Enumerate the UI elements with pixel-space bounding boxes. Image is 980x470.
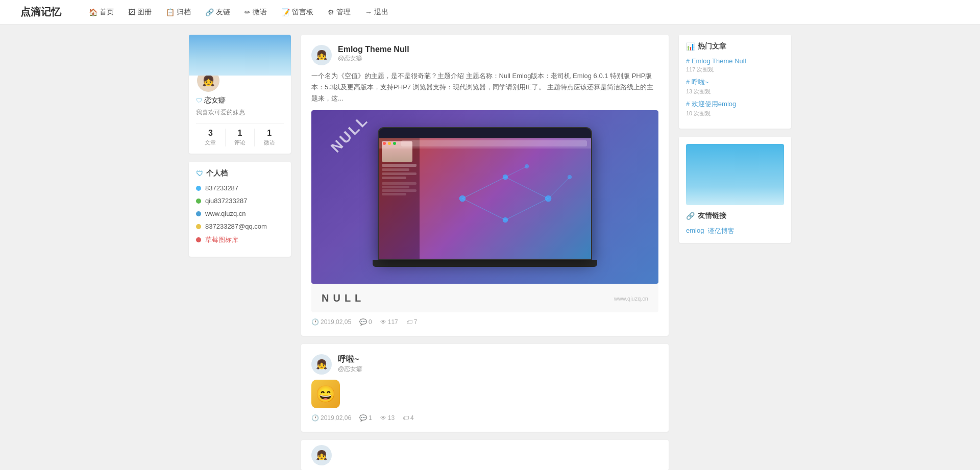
article-image-1: NULL — [311, 110, 658, 312]
article-card-3: 👧 — [301, 440, 669, 470]
friend-links-title: 🔗 友情链接 — [686, 211, 784, 220]
article-img-bg: NULL — [311, 110, 658, 284]
article-header-1: 👧 Emlog Theme Null @恋女癖 — [311, 45, 658, 65]
sky-bg — [686, 144, 784, 205]
article-avatar-2: 👧 — [311, 354, 332, 375]
null-label-top: NULL — [328, 112, 372, 156]
nav-logout[interactable]: → 退出 — [358, 0, 396, 24]
article-meta-2: 呼啦~ @恋女癖 — [338, 354, 658, 374]
svg-line-11 — [548, 177, 570, 199]
svg-line-8 — [505, 177, 548, 199]
qq-icon — [196, 186, 201, 191]
link-chain-icon: 🔗 — [686, 212, 695, 220]
link-icon — [196, 237, 201, 242]
qq-value: 837233287 — [205, 184, 238, 192]
article-card-1: 👧 Emlog Theme Null @恋女癖 一个名为《空值》的主题，是不是很… — [301, 35, 669, 336]
nav-links: 🏠 首页 🖼 图册 📋 归档 🔗 友链 ✏ 微语 📝 留言板 ⚙ 管理 → 退出 — [82, 0, 396, 24]
laptop-container — [373, 127, 597, 267]
stat-comments: 1 评论 — [226, 129, 255, 146]
stat-comments-num: 1 — [226, 129, 255, 138]
hot-article-link-3[interactable]: # 欢迎使用emlog — [686, 100, 784, 109]
bar-chart-icon: 📊 — [686, 42, 695, 51]
nav-micro[interactable]: ✏ 微语 — [237, 0, 274, 24]
hot-articles-widget: 📊 热门文章 # Emlog Theme Null 117 次围观 # 呼啦~ … — [679, 35, 791, 129]
stat-articles: 3 文章 — [196, 129, 226, 146]
hot-article-views-2: 13 次围观 — [686, 88, 784, 95]
navigation: 点滴记忆 🏠 首页 🖼 图册 📋 归档 🔗 友链 ✏ 微语 📝 留言板 ⚙ 管理… — [0, 0, 980, 24]
hot-article-link-2[interactable]: # 呼啦~ — [686, 78, 784, 87]
sidebar-left: 👧 🛡 恋女癖 我喜欢可爱的妹惠 3 文章 1 评论 — [189, 35, 291, 470]
hot-article-views-3: 10 次围观 — [686, 110, 784, 117]
email-icon — [196, 224, 201, 229]
hot-article-link-1[interactable]: # Emlog Theme Null — [686, 57, 784, 65]
article-footer-1: 🕐 2019,02,05 💬 0 👁 117 🏷 7 — [311, 318, 658, 326]
friend-link-2[interactable]: 谨亿博客 — [708, 227, 734, 236]
hot-article-1: # Emlog Theme Null 117 次围观 — [686, 57, 784, 73]
svg-line-7 — [462, 199, 505, 220]
article-avatar-1: 👧 — [311, 45, 332, 65]
article-bottom-bar: NULL www.qiuzq.cn — [311, 284, 658, 312]
article-title-1[interactable]: Emlog Theme Null — [338, 45, 409, 54]
article-views-2: 👁 13 — [380, 414, 395, 422]
profile-name: 恋女癖 — [204, 96, 226, 105]
stat-micro-label: 微语 — [255, 139, 284, 146]
article-author-1: @恋女癖 — [338, 54, 658, 63]
stat-micro-num: 1 — [255, 129, 284, 138]
page-wrapper: 👧 🛡 恋女癖 我喜欢可爱的妹惠 3 文章 1 评论 — [184, 35, 796, 470]
stat-articles-label: 文章 — [196, 139, 225, 146]
hot-articles-title: 📊 热门文章 — [686, 42, 784, 51]
personal-title-label: 个人档 — [206, 169, 228, 178]
article-excerpt-1: 一个名为《空值》的主题，是不是很奇葩？主题介绍 主题名称：Null Emlog版… — [311, 70, 658, 104]
personal-card-title: 🛡 个人档 — [196, 169, 284, 178]
stat-articles-num: 3 — [196, 129, 225, 138]
personal-qq: 837233287 — [196, 184, 284, 192]
svg-line-10 — [505, 166, 527, 177]
friend-links-widget: 🔗 友情链接 emlog 谨亿博客 — [679, 137, 791, 243]
friend-links-label: 友情链接 — [698, 211, 726, 220]
nav-friends[interactable]: 🔗 友链 — [198, 0, 237, 24]
article-author-2: @恋女癖 — [338, 365, 658, 374]
svg-line-9 — [505, 199, 548, 220]
personal-link-value[interactable]: 草莓图标库 — [205, 235, 238, 244]
wechat-value: qiu837233287 — [205, 197, 247, 205]
shield-icon: 🛡 — [196, 97, 202, 104]
personal-icon: 🛡 — [196, 169, 203, 178]
email-value: 837233287@qq.com — [205, 222, 267, 230]
nav-gallery[interactable]: 🖼 图册 — [121, 0, 159, 24]
article-meta-1: Emlog Theme Null @恋女癖 — [338, 45, 658, 63]
article-comments-1: 💬 0 — [359, 318, 372, 326]
article-title-2[interactable]: 呼啦~ — [338, 355, 359, 363]
hot-article-3: # 欢迎使用emlog 10 次围观 — [686, 100, 784, 117]
emoji-post-img: 😄 — [311, 380, 340, 408]
article-comments-2: 💬 1 — [359, 414, 372, 422]
friend-links-list: emlog 谨亿博客 — [686, 227, 784, 236]
profile-name-row: 🛡 恋女癖 — [196, 96, 226, 105]
home-icon — [196, 211, 201, 216]
profile-stats: 3 文章 1 评论 1 微语 — [196, 123, 284, 146]
nav-archive[interactable]: 📋 归档 — [159, 0, 198, 24]
article-avatar-3: 👧 — [311, 445, 332, 465]
hot-article-views-1: 117 次围观 — [686, 66, 784, 73]
stat-micro: 1 微语 — [255, 129, 284, 146]
null-label-bottom: NULL — [322, 292, 365, 304]
main-content: 👧 Emlog Theme Null @恋女癖 一个名为《空值》的主题，是不是很… — [301, 35, 669, 470]
personal-website: www.qiuzq.cn — [196, 210, 284, 217]
laptop-screen — [378, 127, 592, 260]
nav-admin[interactable]: ⚙ 管理 — [321, 0, 358, 24]
svg-line-6 — [462, 177, 505, 199]
laptop-display — [379, 138, 591, 260]
personal-email: 837233287@qq.com — [196, 222, 284, 230]
sidebar-right: 📊 热门文章 # Emlog Theme Null 117 次围观 # 呼啦~ … — [679, 35, 791, 470]
personal-wechat: qiu837233287 — [196, 197, 284, 205]
nav-home[interactable]: 🏠 首页 — [82, 0, 121, 24]
friend-link-1[interactable]: emlog — [686, 227, 704, 236]
article-tags-1: 🏷 7 — [406, 318, 418, 326]
site-brand[interactable]: 点滴记忆 — [20, 5, 61, 19]
profile-card: 👧 🛡 恋女癖 我喜欢可爱的妹惠 3 文章 1 评论 — [189, 35, 291, 154]
nav-guestbook[interactable]: 📝 留言板 — [274, 0, 321, 24]
hot-article-2: # 呼啦~ 13 次围观 — [686, 78, 784, 95]
article-header-2: 👧 呼啦~ @恋女癖 — [311, 354, 658, 375]
personal-link: 草莓图标库 — [196, 235, 284, 244]
profile-banner — [189, 35, 291, 76]
emoji-post-container: 😄 — [311, 380, 658, 408]
